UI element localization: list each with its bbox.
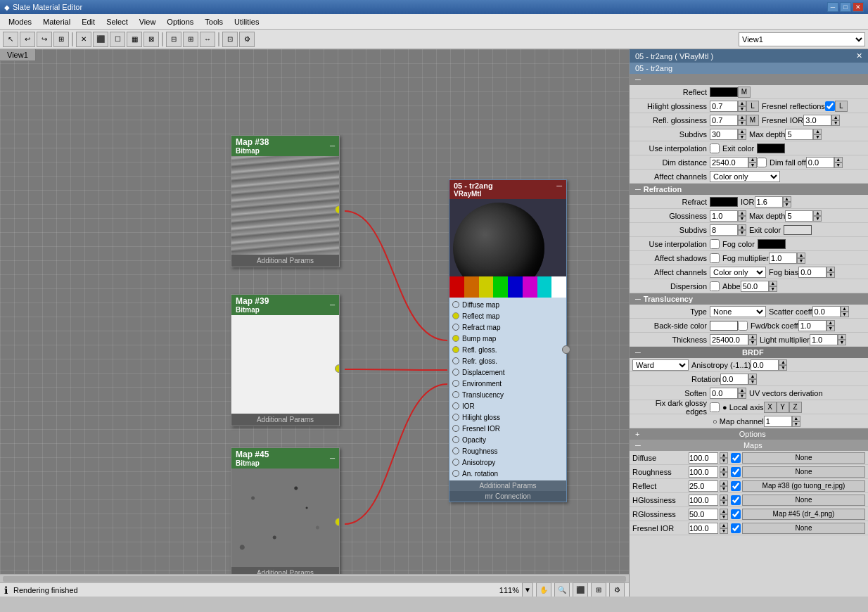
maps-diffuse-down[interactable]: ▼ bbox=[720, 458, 728, 464]
local-y[interactable]: Y bbox=[777, 402, 789, 413]
rotation-spinner[interactable]: ▲ ▼ bbox=[720, 374, 757, 385]
menu-utilities[interactable]: Utilities bbox=[229, 16, 264, 27]
node-material-foot1[interactable]: Additional Params bbox=[449, 480, 566, 491]
max-depth-input[interactable] bbox=[785, 129, 813, 140]
maps-fresnel-btn[interactable]: None bbox=[742, 523, 865, 534]
rotation-input[interactable] bbox=[720, 374, 748, 385]
subdivs-down[interactable]: ▼ bbox=[738, 134, 746, 140]
dim-falloff-spinner[interactable]: ▲ ▼ bbox=[806, 157, 843, 168]
maps-diffuse-input[interactable] bbox=[689, 452, 718, 464]
local-x[interactable]: X bbox=[764, 402, 777, 413]
maps-diffuse-btn[interactable]: None bbox=[742, 452, 865, 464]
node-map39-output[interactable] bbox=[335, 364, 339, 373]
refract-swatch[interactable] bbox=[710, 197, 738, 207]
maps-reflect-input[interactable] bbox=[689, 480, 718, 492]
refract-maxdepth-down[interactable]: ▼ bbox=[813, 216, 822, 222]
fog-bias-spinner[interactable]: ▲ ▼ bbox=[798, 267, 835, 278]
map-channel-down[interactable]: ▼ bbox=[792, 421, 800, 427]
use-interp-check[interactable] bbox=[710, 144, 720, 153]
maps-hgloss-input[interactable] bbox=[689, 495, 718, 506]
soften-up[interactable]: ▲ bbox=[738, 388, 746, 393]
refl-gloss-m[interactable]: M bbox=[746, 115, 759, 126]
max-depth-down[interactable]: ▼ bbox=[813, 134, 822, 140]
menu-options[interactable]: Options bbox=[161, 16, 199, 27]
scatter-coeff-input[interactable] bbox=[812, 306, 841, 317]
thickness-down[interactable]: ▼ bbox=[748, 340, 757, 345]
node-map38-output[interactable] bbox=[335, 205, 339, 214]
map-channel-input[interactable] bbox=[764, 416, 792, 427]
fog-bias-down[interactable]: ▼ bbox=[826, 272, 835, 278]
dim-dist-up[interactable]: ▲ bbox=[748, 157, 757, 162]
refract-gloss-spinner[interactable]: ▲ ▼ bbox=[710, 210, 746, 222]
maps-rgloss-up[interactable]: ▲ bbox=[720, 509, 728, 514]
light-mult-spinner[interactable]: ▲ ▼ bbox=[810, 334, 846, 345]
anisotropy-up[interactable]: ▲ bbox=[779, 359, 787, 365]
node-map38-foot[interactable]: Additional Params bbox=[231, 255, 339, 267]
refract-interp-check[interactable] bbox=[710, 239, 720, 249]
soften-spinner[interactable]: ▲ ▼ bbox=[710, 388, 746, 399]
maps-roughness-input[interactable] bbox=[689, 466, 718, 478]
brdf-type-select[interactable]: Ward bbox=[632, 359, 689, 371]
fog-mult-up[interactable]: ▲ bbox=[797, 253, 805, 258]
soften-input[interactable] bbox=[710, 388, 738, 399]
menu-material[interactable]: Material bbox=[37, 16, 76, 27]
scatter-coeff-up[interactable]: ▲ bbox=[841, 306, 849, 312]
refract-subdivs-input[interactable] bbox=[710, 224, 738, 236]
scatter-coeff-spinner[interactable]: ▲ ▼ bbox=[812, 306, 849, 317]
anisotropy-down[interactable]: ▼ bbox=[779, 365, 787, 371]
menu-edit[interactable]: Edit bbox=[76, 16, 101, 27]
ior-input[interactable] bbox=[755, 196, 783, 208]
refract-subdivs-spinner[interactable]: ▲ ▼ bbox=[710, 224, 746, 236]
max-depth-up[interactable]: ▲ bbox=[813, 129, 822, 134]
refract-subdivs-up[interactable]: ▲ bbox=[738, 224, 746, 230]
local-z[interactable]: Z bbox=[789, 402, 802, 413]
nav-btn4[interactable]: ⊞ bbox=[591, 582, 606, 597]
subdivs-up[interactable]: ▲ bbox=[738, 129, 746, 134]
fog-mult-down[interactable]: ▼ bbox=[797, 258, 805, 264]
fix-dark-check[interactable] bbox=[710, 402, 720, 412]
fog-mult-spinner[interactable]: ▲ ▼ bbox=[769, 253, 805, 264]
section-brdf[interactable]: ─ BRDF bbox=[630, 347, 868, 358]
fog-color-swatch[interactable] bbox=[758, 239, 786, 249]
menu-modes[interactable]: Modes bbox=[3, 16, 37, 27]
refl-gloss-up[interactable]: ▲ bbox=[738, 115, 746, 120]
map-channel-up[interactable]: ▲ bbox=[792, 416, 800, 421]
ior-up[interactable]: ▲ bbox=[783, 196, 791, 202]
maps-roughness-check[interactable] bbox=[731, 467, 741, 477]
trans-type-select[interactable]: None bbox=[710, 306, 766, 317]
hilight-gloss-up[interactable]: ▲ bbox=[738, 101, 746, 106]
nav-btn2[interactable]: 🔍 bbox=[554, 582, 570, 597]
h-scrollbar[interactable] bbox=[0, 574, 629, 582]
backside-swatch[interactable] bbox=[710, 321, 738, 331]
toolbar-grid[interactable]: ▦ bbox=[127, 32, 142, 47]
menu-view[interactable]: View bbox=[134, 16, 162, 27]
abbe-spinner[interactable]: ▲ ▼ bbox=[741, 281, 777, 292]
node-map39-collapse[interactable]: ─ bbox=[330, 301, 335, 309]
nav-btn3[interactable]: ⬛ bbox=[573, 582, 588, 597]
soften-down[interactable]: ▼ bbox=[738, 393, 746, 399]
toolbar-place[interactable]: ☐ bbox=[110, 32, 125, 47]
refract-gloss-up[interactable]: ▲ bbox=[738, 210, 746, 216]
canvas-tab[interactable]: View1 bbox=[0, 49, 36, 61]
maps-fresnel-down[interactable]: ▼ bbox=[720, 528, 728, 534]
view-selector[interactable]: View1 bbox=[739, 32, 865, 46]
light-mult-down[interactable]: ▼ bbox=[838, 340, 846, 345]
canvas-area[interactable]: View1 Map #38 Bitmap ─ Additional bbox=[0, 49, 629, 597]
port-an-rotation[interactable]: An. rotation bbox=[449, 468, 566, 479]
scatter-coeff-down[interactable]: ▼ bbox=[841, 312, 849, 317]
reflect-m-btn[interactable]: M bbox=[738, 87, 751, 98]
panel-close-btn[interactable]: ✕ bbox=[856, 51, 862, 60]
toolbar-frame[interactable]: ⊡ bbox=[222, 32, 238, 47]
port-displacement[interactable]: Displacement bbox=[449, 366, 566, 378]
node-map38-collapse[interactable]: ─ bbox=[330, 142, 335, 150]
port-hilight-gloss[interactable]: Hilight gloss bbox=[449, 412, 566, 423]
fog-mult-input[interactable] bbox=[769, 253, 797, 264]
maps-roughness-btn[interactable]: None bbox=[742, 466, 865, 478]
subdivs-spinner[interactable]: ▲ ▼ bbox=[710, 129, 746, 140]
section-refraction[interactable]: ─ Refraction bbox=[630, 184, 868, 195]
port-roughness[interactable]: Roughness bbox=[449, 445, 566, 457]
fwd-bck-spinner[interactable]: ▲ ▼ bbox=[798, 320, 835, 331]
toolbar-copy[interactable]: ⊞ bbox=[53, 32, 69, 47]
light-mult-input[interactable] bbox=[810, 334, 838, 345]
maps-rgloss-btn[interactable]: Map #45 (dr_4.png) bbox=[742, 509, 865, 520]
